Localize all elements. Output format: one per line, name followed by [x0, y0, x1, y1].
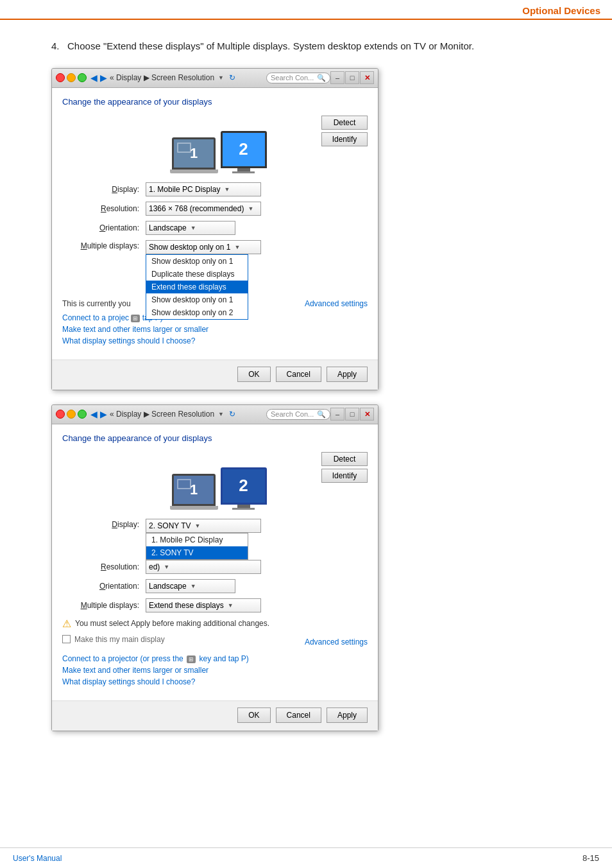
what-display-link[interactable]: What display settings should I choose?	[62, 336, 195, 345]
maximize-button[interactable]: □	[345, 71, 359, 84]
search-icon[interactable]: 🔍	[317, 74, 326, 82]
close-button-2[interactable]: ✕	[360, 408, 374, 421]
detect-button[interactable]: Detect	[321, 116, 368, 130]
nav-dropdown-arrow-2[interactable]: ▼	[218, 411, 224, 417]
display-arrow: ▼	[224, 186, 230, 193]
advanced-settings-link-2[interactable]: Advanced settings	[305, 638, 368, 647]
step-description: Choose "Extend these displays" of Multip…	[67, 40, 474, 51]
display-option-1[interactable]: 1. Mobile PC Display	[146, 534, 248, 546]
apply-button-1[interactable]: Apply	[327, 367, 368, 382]
detect-identify-buttons-2: Detect Identify	[321, 452, 368, 483]
dialog2-nav: ◀ ▶ « Display ▶ Screen Resolution ▼ ↻ Se…	[90, 409, 330, 420]
warning-row: ⚠ You must select Apply before making ad…	[62, 618, 368, 630]
dialog1-body: Change the appearance of your displays 1	[52, 88, 378, 360]
max-btn-mac-2[interactable]	[78, 410, 87, 419]
search-icon-2[interactable]: 🔍	[317, 410, 326, 419]
search-placeholder-2: Search Con...	[271, 410, 314, 418]
make-text-row-2: Make text and other items larger or smal…	[62, 666, 368, 675]
orientation-control: Landscape ▼	[146, 221, 235, 235]
display-label-2: Display:	[62, 519, 139, 529]
monitor2-number: 2	[239, 139, 248, 159]
advanced-settings-link[interactable]: Advanced settings	[305, 299, 368, 308]
monitor2-number-2: 2	[239, 476, 248, 496]
make-main-checkbox[interactable]	[62, 635, 71, 643]
orientation-select-2[interactable]: Landscape ▼	[146, 579, 235, 593]
apply-button-2[interactable]: Apply	[327, 707, 368, 723]
dropdown-item-1[interactable]: Show desktop only on 1	[146, 255, 248, 268]
resolution-field-row-2: Resolution: ed) ▼	[62, 560, 368, 574]
monitor1-screen-2: 1	[172, 474, 216, 506]
orientation-select[interactable]: Landscape ▼	[146, 221, 235, 235]
display-select[interactable]: 1. Mobile PC Display ▼	[146, 182, 261, 196]
orientation-field-row-2: Orientation: Landscape ▼	[62, 579, 368, 593]
make-text-link-2[interactable]: Make text and other items larger or smal…	[62, 666, 208, 675]
minimize-button[interactable]: –	[330, 71, 344, 84]
make-text-link[interactable]: Make text and other items larger or smal…	[62, 325, 208, 334]
what-display-link-2[interactable]: What display settings should I choose?	[62, 677, 195, 686]
monitor1-screen: 1	[172, 137, 216, 169]
connect-link-2[interactable]: Connect to a projector (or press the ⊞ k…	[62, 654, 249, 663]
dropdown-item-5[interactable]: Show desktop only on 2	[146, 306, 248, 319]
close-button[interactable]: ✕	[360, 71, 374, 84]
dropdown-item-2[interactable]: Duplicate these displays	[146, 268, 248, 281]
monitor2-stand	[232, 171, 255, 173]
make-text-row: Make text and other items larger or smal…	[62, 325, 368, 334]
orientation-arrow-2: ▼	[191, 583, 196, 589]
make-main-row: Make this my main display Advanced setti…	[62, 635, 368, 649]
identify-button[interactable]: Identify	[321, 132, 368, 146]
display-value: 1. Mobile PC Display	[149, 185, 220, 194]
nav-refresh-icon[interactable]: ↻	[229, 73, 235, 82]
monitor1-base-2	[170, 506, 218, 510]
detect-button-2[interactable]: Detect	[321, 452, 368, 466]
cancel-button-2[interactable]: Cancel	[276, 707, 321, 723]
dialog2-body: Change the appearance of your displays 1	[52, 424, 378, 700]
footer-left: User's Manual	[13, 854, 62, 863]
display-select-2[interactable]: 2. SONY TV ▼	[146, 519, 261, 533]
dialog1-nav: ◀ ▶ « Display ▶ Screen Resolution ▼ ↻ Se…	[90, 73, 330, 83]
step-number: 4.	[51, 40, 60, 51]
orientation-control-2: Landscape ▼	[146, 579, 235, 593]
minimize-button-2[interactable]: –	[330, 408, 344, 421]
nav-back-icon[interactable]: ◀	[90, 73, 98, 83]
search-box-2[interactable]: Search Con... 🔍	[266, 409, 330, 420]
orientation-value: Landscape	[149, 223, 187, 232]
dropdown-item-3[interactable]: Extend these displays	[146, 281, 248, 293]
close-btn-mac-2[interactable]	[56, 410, 65, 419]
nav-refresh-icon-2[interactable]: ↻	[229, 410, 235, 419]
resolution-control-2: ed) ▼	[146, 560, 261, 574]
windows-key-icon: ⊞	[131, 315, 140, 322]
currently-text: This is currently you	[62, 299, 131, 308]
cancel-button-1[interactable]: Cancel	[276, 367, 321, 382]
dialog1-footer: OK Cancel Apply	[52, 360, 378, 390]
nav-forward-icon-2[interactable]: ▶	[100, 409, 107, 419]
max-btn-mac[interactable]	[78, 73, 87, 82]
multiple-select-2[interactable]: Extend these displays ▼	[146, 598, 261, 612]
ok-button-1[interactable]: OK	[237, 367, 270, 382]
monitor1-icon: 1	[170, 137, 218, 173]
search-box[interactable]: Search Con... 🔍	[266, 73, 330, 83]
maximize-button-2[interactable]: □	[345, 408, 359, 421]
dropdown-item-4[interactable]: Show desktop only on 1	[146, 293, 248, 306]
display-field-row-2: Display: 2. SONY TV ▼ 1. Mobile PC Displ…	[62, 519, 368, 533]
min-btn-mac-2[interactable]	[67, 410, 76, 419]
multiple-value-2: Extend these displays	[149, 601, 224, 610]
resolution-select[interactable]: 1366 × 768 (recommended) ▼	[146, 202, 261, 216]
nav-back-icon-2[interactable]: ◀	[90, 409, 98, 419]
resolution-select-2[interactable]: ed) ▼	[146, 560, 261, 574]
display-control-2: 2. SONY TV ▼ 1. Mobile PC Display 2. SON…	[146, 519, 261, 533]
macos-buttons	[56, 73, 87, 82]
monitor1-base	[170, 169, 218, 173]
close-btn-mac[interactable]	[56, 73, 65, 82]
nav-dropdown-arrow[interactable]: ▼	[218, 74, 224, 81]
resolution-field-row: Resolution: 1366 × 768 (recommended) ▼	[62, 202, 368, 216]
multiple-select[interactable]: Show desktop only on 1 ▼	[146, 240, 261, 254]
display-option-2[interactable]: 2. SONY TV	[146, 546, 248, 559]
identify-button-2[interactable]: Identify	[321, 469, 368, 483]
resolution-label: Resolution:	[62, 204, 139, 213]
nav-forward-icon[interactable]: ▶	[100, 73, 107, 83]
warning-icon: ⚠	[62, 618, 71, 630]
min-btn-mac[interactable]	[67, 73, 76, 82]
macos-buttons-2	[56, 410, 87, 419]
display-control: 1. Mobile PC Display ▼	[146, 182, 261, 196]
ok-button-2[interactable]: OK	[237, 707, 270, 723]
